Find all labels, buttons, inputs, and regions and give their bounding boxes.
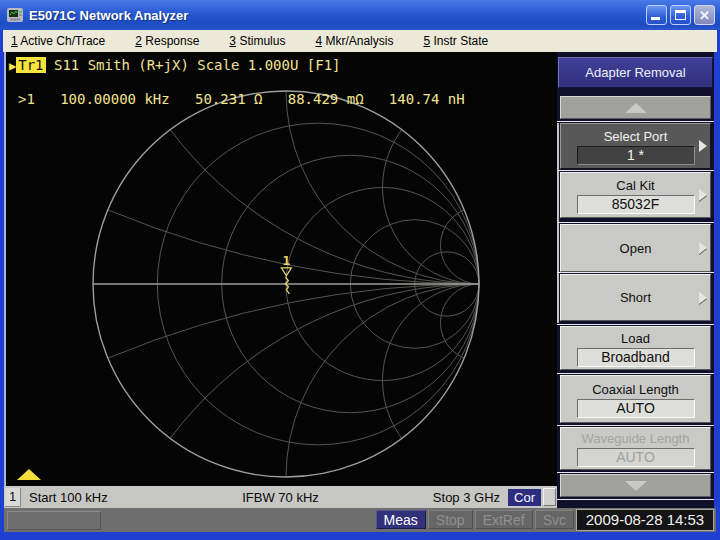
menu-label: Mkr/Analysis <box>325 34 393 48</box>
channel-bar-endcap <box>543 488 556 506</box>
menu-stimulus[interactable]: 3 Stimulus <box>229 34 285 48</box>
softkey-open[interactable]: Open <box>560 224 711 272</box>
softkey-value: 1 * <box>577 146 695 165</box>
menu-accesskey: 2 <box>135 34 142 48</box>
softkey-value: Broadband <box>577 348 695 367</box>
channel-status-bar: IFBW 70 kHz 1 Start 100 kHz Stop 3 GHz C… <box>4 486 557 508</box>
minimize-icon <box>651 17 660 20</box>
status-stop: Stop <box>428 510 473 529</box>
divider <box>557 272 714 273</box>
softkey-label: Select Port <box>604 128 668 145</box>
menu-accesskey: 3 <box>229 34 236 48</box>
softkey-value: AUTO <box>577 448 695 467</box>
divider <box>557 425 714 426</box>
softkey-short[interactable]: Short <box>560 274 711 321</box>
softkey-waveguide-length: Waveguide Length AUTO <box>560 427 711 470</box>
divider <box>557 121 714 122</box>
softkey-value: AUTO <box>577 399 695 418</box>
submenu-arrow-icon <box>699 242 707 254</box>
softkey-label: Open <box>620 240 652 257</box>
close-button[interactable]: ✕ <box>694 5 715 25</box>
menu-label: Active Ch/Trace <box>20 34 105 48</box>
minimize-button[interactable] <box>646 5 667 25</box>
menu-instr-state[interactable]: 5 Instr State <box>423 34 488 48</box>
softkey-panel: Adapter Removal Select Port 1 * Cal Kit … <box>557 52 714 508</box>
divider <box>557 324 714 325</box>
menu-label: Stimulus <box>239 34 285 48</box>
status-svc: Svc <box>535 510 574 529</box>
scroll-down-icon <box>625 481 647 491</box>
menu-label: Instr State <box>433 34 488 48</box>
menu-accesskey: 5 <box>423 34 430 48</box>
status-cell-empty <box>7 511 101 530</box>
graph-area: 1 ▶Tr1 S11 Smith (R+jX) Scale 1.000U [F1… <box>4 52 557 486</box>
stop-frequency: Stop 3 GHz <box>433 490 500 505</box>
softkey-load[interactable]: Load Broadband <box>560 326 711 370</box>
softkey-menu-title: Adapter Removal <box>558 57 713 88</box>
marker-readout: >1 100.00000 kHz 50.231 Ω 88.429 mΩ 140.… <box>18 91 465 107</box>
softkey-scrollbar <box>557 123 559 323</box>
softkey-select-port[interactable]: Select Port 1 * <box>560 123 711 169</box>
softkey-label: Short <box>620 289 651 306</box>
svg-text:1: 1 <box>282 253 290 268</box>
divider <box>557 222 714 223</box>
softkey-label: Cal Kit <box>616 177 654 194</box>
sweep-indicator-icon <box>17 469 41 480</box>
maximize-icon <box>675 10 686 20</box>
correction-badge: Cor <box>508 489 541 506</box>
menu-accesskey: 4 <box>315 34 322 48</box>
divider <box>557 499 714 500</box>
trace-format-text: S11 Smith (R+jX) Scale 1.000U [F1] <box>54 57 341 73</box>
softkey-value: 85032F <box>577 195 695 214</box>
softkey-label: Coaxial Length <box>592 381 679 398</box>
submenu-arrow-icon <box>699 140 707 152</box>
softkey-label: Load <box>621 330 650 347</box>
app-icon <box>7 7 23 23</box>
window-border-inner <box>4 52 6 486</box>
menu-active-ch-trace[interactable]: 1 Active Ch/Trace <box>11 34 105 48</box>
status-extref: ExtRef <box>475 510 533 529</box>
trace-badge: Tr1 <box>16 57 45 73</box>
window-title: E5071C Network Analyzer <box>29 8 188 23</box>
menu-label: Response <box>145 34 199 48</box>
divider <box>557 472 714 473</box>
menu-mkr-analysis[interactable]: 4 Mkr/Analysis <box>315 34 393 48</box>
close-icon: ✕ <box>695 7 714 25</box>
menu-bar: 1 Active Ch/Trace 2 Response 3 Stimulus … <box>3 30 717 52</box>
scroll-up-icon <box>625 103 647 113</box>
softkey-label: Waveguide Length <box>582 430 690 447</box>
smith-chart: 1 <box>4 52 557 486</box>
menu-accesskey: 1 <box>11 34 18 48</box>
submenu-arrow-icon <box>699 292 707 304</box>
e5071c-window: { "window": { "title": "E5071C Network A… <box>0 0 720 540</box>
softkey-scroll-down-button[interactable] <box>560 474 711 497</box>
softkey-coaxial-length[interactable]: Coaxial Length AUTO <box>560 375 711 423</box>
instrument-status-bar: Meas Stop ExtRef Svc 2009-08-28 14:53 <box>4 508 716 532</box>
divider <box>557 373 714 374</box>
title-bar: E5071C Network Analyzer ✕ <box>0 0 720 30</box>
clock: 2009-08-28 14:53 <box>576 509 714 531</box>
trace-status-line[interactable]: ▶Tr1 S11 Smith (R+jX) Scale 1.000U [F1] <box>9 57 341 73</box>
softkey-scroll-up-button[interactable] <box>560 96 711 119</box>
softkey-cal-kit[interactable]: Cal Kit 85032F <box>560 172 711 218</box>
maximize-button[interactable] <box>670 5 691 25</box>
submenu-arrow-icon <box>699 189 707 201</box>
status-meas: Meas <box>376 510 426 529</box>
divider <box>557 170 714 171</box>
menu-response[interactable]: 2 Response <box>135 34 199 48</box>
